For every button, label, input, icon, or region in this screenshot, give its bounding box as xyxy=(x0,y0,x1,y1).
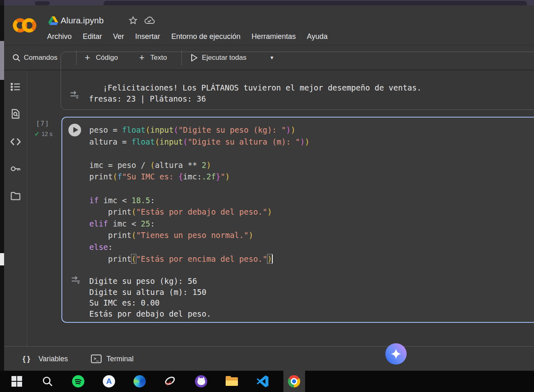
gemini-spark-icon xyxy=(391,349,401,359)
taskbar-snipping-tool-icon[interactable]: ✂ xyxy=(164,375,177,388)
search-icon[interactable] xyxy=(12,54,20,62)
cell-output-lines: Digite su peso (kg): 56Digite su altura … xyxy=(89,276,211,319)
taskbar-app-a-icon[interactable]: A xyxy=(102,375,115,388)
terminal-icon[interactable]: >_ xyxy=(91,354,102,363)
taskbar-search-icon[interactable] xyxy=(41,375,54,388)
previous-code-cell[interactable]: ¡Felicitaciones! Los PLÁTANOS tuvieron e… xyxy=(61,52,534,110)
windows-start-button[interactable] xyxy=(10,375,23,388)
menu-entorno-de-ejecucion[interactable]: Entorno de ejecución xyxy=(171,32,240,41)
left-sidebar xyxy=(4,70,27,346)
taskbar-file-explorer-icon[interactable] xyxy=(225,375,238,388)
drive-icon xyxy=(48,16,58,25)
selected-code-cell[interactable]: peso = float(input("Digite su peso (kg):… xyxy=(61,117,534,323)
gemini-spark-button[interactable] xyxy=(385,343,407,365)
notebook-title[interactable]: Alura.ipynb xyxy=(61,16,104,25)
run-cell-button[interactable] xyxy=(68,124,81,136)
browser-tab-fragment xyxy=(35,1,50,5)
exec-time-row: ✓ 12 s xyxy=(34,130,52,138)
taskbar-github-icon[interactable] xyxy=(195,375,208,388)
star-icon[interactable] xyxy=(128,16,138,25)
cloud-saved-icon[interactable] xyxy=(144,16,155,25)
cell-output-icon[interactable] xyxy=(69,90,80,100)
code-snippets-icon[interactable] xyxy=(10,136,21,147)
files-folder-icon[interactable] xyxy=(10,190,21,202)
exec-time: 12 s xyxy=(42,131,52,137)
taskbar-edge-icon[interactable] xyxy=(133,375,146,388)
bottom-panel-bar: { } Variables >_ Terminal xyxy=(4,346,534,371)
commands-button[interactable]: Comandos xyxy=(24,54,57,62)
menu-editar[interactable]: Editar xyxy=(83,32,102,41)
menu-herramientas[interactable]: Herramientas xyxy=(251,32,296,41)
menu-ver[interactable]: Ver xyxy=(113,32,124,41)
windows-taskbar: A ✂ xyxy=(0,371,534,392)
browser-active-tab[interactable] xyxy=(104,1,527,5)
code-editor[interactable]: peso = float(input("Digite su peso (kg):… xyxy=(89,124,310,265)
secrets-key-icon[interactable] xyxy=(10,163,21,174)
cell-output-icon[interactable] xyxy=(70,275,81,286)
menu-bar: Archivo Editar Ver Insertar Entorno de e… xyxy=(47,32,328,41)
taskbar-spotify-icon[interactable] xyxy=(72,375,85,388)
exec-success-check-icon: ✓ xyxy=(34,130,40,138)
browser-tab-strip xyxy=(0,0,534,5)
menu-insertar[interactable]: Insertar xyxy=(135,32,160,41)
exec-count: [7] xyxy=(36,120,50,127)
background-scrollbar-thumb xyxy=(0,41,4,80)
variables-icon[interactable]: { } xyxy=(23,354,30,363)
menu-ayuda[interactable]: Ayuda xyxy=(307,32,328,41)
colab-logo[interactable] xyxy=(13,16,36,35)
background-window-edge xyxy=(0,253,4,265)
menu-archivo[interactable]: Archivo xyxy=(47,32,72,41)
prev-output-lines: ¡Felicitaciones! Los PLÁTANOS tuvieron e… xyxy=(89,82,421,104)
variables-button[interactable]: Variables xyxy=(38,354,68,363)
find-in-page-icon[interactable] xyxy=(10,108,21,120)
terminal-button[interactable]: Terminal xyxy=(106,354,134,363)
colab-header: Alura.ipynb Archivo Editar Ver Insertar … xyxy=(4,5,534,45)
table-of-contents-icon[interactable] xyxy=(10,81,21,93)
taskbar-chrome-icon[interactable] xyxy=(287,375,301,388)
taskbar-vscode-icon[interactable] xyxy=(256,375,269,388)
screen-edge xyxy=(0,0,4,5)
screen-left-strip xyxy=(0,5,4,371)
